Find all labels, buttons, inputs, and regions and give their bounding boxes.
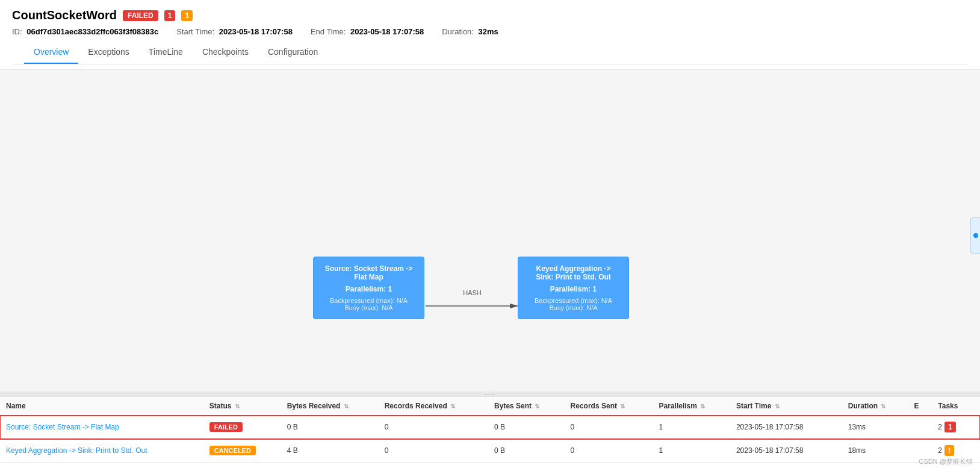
row1-start-time: 2023-05-18 17:07:58 <box>730 416 842 439</box>
table-area: Name Status ⇅ Bytes Received ⇅ Records R… <box>0 396 980 463</box>
edge-arrow: HASH <box>426 300 519 314</box>
table-row: Source: Socket Stream -> Flat Map FAILED… <box>0 416 980 439</box>
nav-tabs: Overview Exceptions TimeLine Checkpoints… <box>12 41 968 64</box>
row1-tasks-badge: 1 <box>944 422 956 432</box>
row1-name-link[interactable]: Source: Socket Stream -> Flat Map <box>6 423 119 431</box>
id-value: 06df7d301aec833d2ffc063f3f08383c <box>26 27 158 36</box>
tab-exceptions[interactable]: Exceptions <box>78 41 138 64</box>
node-source-busy: Busy (max): N/A <box>322 304 415 311</box>
tab-timeline[interactable]: TimeLine <box>139 41 193 64</box>
col-header-status: Status ⇅ <box>203 397 281 416</box>
row1-status-badge: FAILED <box>209 422 243 432</box>
page-header: CountSocketWord FAILED 1 1 ID: 06df7d301… <box>0 0 980 70</box>
table-row: Keyed Aggregation -> Sink: Print to Std.… <box>0 439 980 463</box>
header-meta: ID: 06df7d301aec833d2ffc063f3f08383c Sta… <box>12 27 968 36</box>
duration-value: 32ms <box>479 27 498 36</box>
col-header-bytes-received: Bytes Received ⇅ <box>281 397 379 416</box>
main-content: Source: Socket Stream -> Flat Map Parall… <box>0 70 980 463</box>
node-sink[interactable]: Keyed Aggregation -> Sink: Print to Std.… <box>518 257 629 319</box>
row2-start-time: 2023-05-18 17:07:58 <box>730 439 842 463</box>
badge-num-2: 1 <box>181 10 193 21</box>
row2-records-received: 0 <box>379 439 488 463</box>
row2-tasks-cell: 2 ! <box>938 445 974 456</box>
title-row: CountSocketWord FAILED 1 1 <box>12 8 968 22</box>
graph-area: Source: Socket Stream -> Flat Map Parall… <box>0 70 980 391</box>
start-time-value: 2023-05-18 17:07:58 <box>219 27 293 36</box>
col-header-records-received: Records Received ⇅ <box>379 397 488 416</box>
row1-records-sent: 0 <box>565 416 653 439</box>
right-panel-dot <box>973 233 978 238</box>
row1-tasks: 2 1 <box>932 416 980 439</box>
row2-status: CANCELED <box>203 439 281 463</box>
status-badge-failed: FAILED <box>123 10 158 21</box>
node-source-title: Source: Socket Stream -> Flat Map <box>322 264 415 281</box>
row2-parallelism: 1 <box>653 439 730 463</box>
col-header-name: Name <box>0 397 203 416</box>
node-source[interactable]: Source: Socket Stream -> Flat Map Parall… <box>313 257 424 319</box>
row1-status: FAILED <box>203 416 281 439</box>
edge-label: HASH <box>463 289 482 296</box>
col-header-records-sent: Records Sent ⇅ <box>565 397 653 416</box>
row1-bytes-sent: 0 B <box>488 416 565 439</box>
tab-checkpoints[interactable]: Checkpoints <box>193 41 258 64</box>
badge-num-1: 1 <box>164 10 176 21</box>
end-time-field: End Time: 2023-05-18 17:07:58 <box>311 27 424 36</box>
tab-overview[interactable]: Overview <box>24 41 78 64</box>
resize-handle[interactable]: ··· <box>0 391 980 396</box>
watermark: CSDN @梦痕长情 <box>919 457 973 463</box>
jobs-table: Name Status ⇅ Bytes Received ⇅ Records R… <box>0 396 980 463</box>
row1-bytes-received: 0 B <box>281 416 379 439</box>
col-header-tasks: Tasks <box>932 397 980 416</box>
row2-bytes-sent: 0 B <box>488 439 565 463</box>
row1-records-received: 0 <box>379 416 488 439</box>
row1-tasks-cell: 2 1 <box>938 422 974 432</box>
row2-tasks-badge: ! <box>944 445 954 456</box>
arrow-svg <box>426 300 519 312</box>
col-header-e: E <box>908 397 932 416</box>
row1-parallelism: 1 <box>653 416 730 439</box>
node-sink-title: Keyed Aggregation -> Sink: Print to Std.… <box>527 264 620 281</box>
col-header-duration: Duration ⇅ <box>842 397 908 416</box>
row2-bytes-received: 4 B <box>281 439 379 463</box>
col-header-parallelism: Parallelism ⇅ <box>653 397 730 416</box>
right-panel[interactable] <box>970 217 980 254</box>
table-header-row: Name Status ⇅ Bytes Received ⇅ Records R… <box>0 397 980 416</box>
start-time-field: Start Time: 2023-05-18 17:07:58 <box>176 27 293 36</box>
id-label: ID: 06df7d301aec833d2ffc063f3f08383c <box>12 27 158 36</box>
row2-name: Keyed Aggregation -> Sink: Print to Std.… <box>0 439 203 463</box>
node-source-parallelism: Parallelism: 1 <box>322 285 415 293</box>
node-source-backpressured: Backpressured (max): N/A <box>322 297 415 304</box>
tab-configuration[interactable]: Configuration <box>258 41 327 64</box>
col-header-bytes-sent: Bytes Sent ⇅ <box>488 397 565 416</box>
row2-status-badge: CANCELED <box>209 446 256 455</box>
end-time-value: 2023-05-18 17:07:58 <box>350 27 424 36</box>
node-sink-parallelism: Parallelism: 1 <box>527 285 620 293</box>
node-sink-busy: Busy (max): N/A <box>527 304 620 311</box>
row2-records-sent: 0 <box>565 439 653 463</box>
duration-field: Duration: 32ms <box>442 27 498 36</box>
app-title: CountSocketWord <box>12 8 117 22</box>
row1-duration: 13ms <box>842 416 908 439</box>
row2-name-link[interactable]: Keyed Aggregation -> Sink: Print to Std.… <box>6 446 147 455</box>
col-header-start-time: Start Time ⇅ <box>730 397 842 416</box>
row1-e <box>908 416 932 439</box>
row1-name: Source: Socket Stream -> Flat Map <box>0 416 203 439</box>
node-sink-backpressured: Backpressured (max): N/A <box>527 297 620 304</box>
row2-duration: 18ms <box>842 439 908 463</box>
